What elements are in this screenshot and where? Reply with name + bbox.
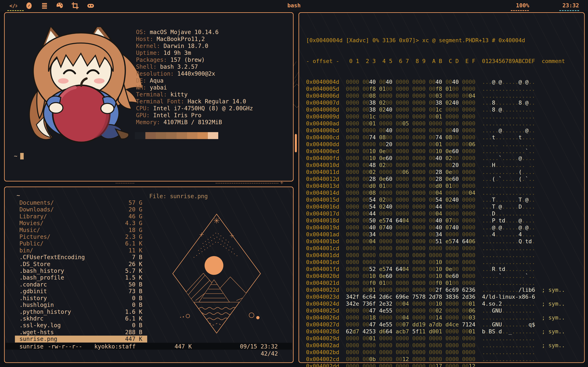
clock-indicator-dash xyxy=(559,10,579,11)
file-size: 1.5 K xyxy=(125,274,142,281)
hex-offset: 0x004000dd xyxy=(306,141,339,147)
hex-offset: 0x0040016d xyxy=(306,203,339,210)
list-item[interactable]: Library/46 G xyxy=(15,213,147,220)
hex-offset: 0x004002dd xyxy=(306,363,339,367)
terminal-color-palette xyxy=(135,132,218,139)
neofetch-terminal-window[interactable]: OS: macOS Mojave 10.14.6Host: MacBookPro… xyxy=(4,12,294,182)
ranger-cwd: ~ xyxy=(17,192,20,199)
system-info-line: Host: MacBookPro11,2 xyxy=(136,36,253,43)
palette-swatch xyxy=(208,132,218,139)
shell-prompt[interactable]: ~ xyxy=(14,153,24,159)
hex-row: 0x004002dd 0000 0000 0000 0000 0000 0017… xyxy=(306,363,565,367)
hex-offset: 0x0040007d xyxy=(306,100,339,106)
list-item[interactable]: Downloads/20 G xyxy=(15,206,147,213)
hex-row: 0x0040015d 0000 0054 0200 0000 0000 0054… xyxy=(306,196,565,203)
list-item[interactable]: .skhdrc6.1 K xyxy=(15,315,147,322)
hex-row: 0x0040026d 0000 0018 0000 0004 0000 0014… xyxy=(306,314,565,321)
hex-offset: 0x0040018d xyxy=(306,217,339,224)
hex-row: 0x0040011d 0000 0002 0000 0006 0000 0028… xyxy=(306,169,565,175)
file-name: .bash_profile xyxy=(19,274,64,281)
hex-row: 0x0040004d 0000 0040 0040 0000 0000 0040… xyxy=(306,78,565,85)
list-item[interactable]: .history0 B xyxy=(15,295,147,301)
ranger-terminal-window[interactable]: ~ Documents/57 GDownloads/20 GLibrary/46… xyxy=(4,187,294,363)
file-size: 50 B xyxy=(129,281,142,288)
hex-row: 0x0040029d 0000 0001 0000 0000 0000 0000… xyxy=(306,335,565,342)
wallpaper-accent-bar xyxy=(295,134,297,152)
hex-row: 0x0040025d 0000 0047 4e55 0000 0000 0002… xyxy=(306,307,565,314)
hex-offset: 0x004001fd xyxy=(306,266,339,272)
hex-offset: 0x004001bd xyxy=(306,238,339,244)
hex-row: 0x0040028d 62d7 4253 d664 acb7 5f11 d001… xyxy=(306,328,565,335)
hex-row: 0x0040006d 0000 0008 0000 0000 0000 0003… xyxy=(306,92,565,99)
status-file-size: 447 K xyxy=(174,343,192,350)
list-item[interactable]: .condarc50 B xyxy=(15,281,147,288)
wallpaper-dashes xyxy=(216,183,278,184)
hex-row: 0x004000cd 0000 0074 0800 0000 0000 0074… xyxy=(306,134,565,141)
list-item[interactable]: bin/11 K xyxy=(15,247,147,254)
clock: 23:32 xyxy=(559,2,579,8)
list-item[interactable]: .CFUserTextEncoding7 B xyxy=(15,254,147,261)
hex-comment: ; sym.. xyxy=(542,287,565,293)
file-name: .DS_Store xyxy=(19,261,51,267)
file-name: .history xyxy=(19,295,47,301)
hex-offset: 0x004002cd xyxy=(306,356,339,362)
hex-offset: 0x0040028d xyxy=(306,328,339,334)
file-size: 46 G xyxy=(129,213,142,220)
list-item[interactable]: .hushlogin0 B xyxy=(15,301,147,308)
status-modified-date: 09/15 23:32 xyxy=(240,343,278,350)
hex-row: 0x004000ed 0000 0010 0e00 0000 0000 0010… xyxy=(306,148,565,155)
file-name: Documents/ xyxy=(19,200,54,206)
hex-offset: 0x0040022d xyxy=(306,287,339,293)
hex-offset: 0x0040025d xyxy=(306,308,339,314)
hex-row: 0x004001dd 0000 0000 0000 0000 0000 0000… xyxy=(306,252,565,259)
file-size: 18 G xyxy=(129,227,142,234)
list-item[interactable]: .DS_Store26 K xyxy=(15,261,147,267)
list-item[interactable]: Movies/4.3 G xyxy=(15,220,147,226)
list-item[interactable]: .python_history1.6 K xyxy=(15,309,147,315)
hex-offset: 0x0040027d xyxy=(306,321,339,328)
list-item[interactable]: .bash_history5.7 K xyxy=(15,267,147,274)
status-owner: kyokko:staff xyxy=(94,343,136,350)
system-info-line: Resolution: 1440x900@2x xyxy=(136,70,253,77)
list-item[interactable]: .wget-hsts288 B xyxy=(15,329,147,336)
file-size: 4.3 G xyxy=(125,220,142,226)
hex-offset: 0x004001ad xyxy=(306,231,339,238)
file-size: 288 B xyxy=(125,329,142,336)
desktop: { "colors": { "accent_orange": "#ed9b62"… xyxy=(0,0,588,367)
hex-row: 0x0040009d 0000 001c 0000 0000 0000 0001… xyxy=(306,113,565,120)
list-item[interactable]: Public/6.1 K xyxy=(15,240,147,247)
system-info-line: DE: Aqua xyxy=(136,77,253,84)
hex-comment: ; sym.. xyxy=(542,314,565,321)
hex-row: 0x004000bd 0000 0000 0040 0000 0000 0000… xyxy=(306,127,565,134)
list-item[interactable]: Pictures/2.3 G xyxy=(15,234,147,240)
hex-offset: 0x004000ed xyxy=(306,148,339,154)
list-item[interactable]: .gdbinit73 B xyxy=(15,288,147,295)
hex-row: 0x004001bd 0000 0004 0000 0000 0000 0051… xyxy=(306,238,565,245)
hex-command-line: [0x0040004d [Xadvc] 0% 3136 0x07]> xc @ … xyxy=(306,37,565,44)
list-item[interactable]: Music/18 G xyxy=(15,227,147,234)
radare2-terminal-window[interactable]: [0x0040004d [Xadvc] 0% 3136 0x07]> xc @ … xyxy=(298,12,585,363)
file-name: .bash_history xyxy=(19,267,64,274)
hex-offset: 0x0040008d xyxy=(306,106,339,113)
hex-offset: 0x0040009d xyxy=(306,113,339,120)
list-item[interactable]: .bash_profile1.5 K xyxy=(15,274,147,281)
terminal-cursor xyxy=(20,153,24,159)
hex-offset: 0x0040020d xyxy=(306,273,339,279)
list-item[interactable]: Documents/57 G xyxy=(15,200,147,206)
prompt-tilde: ~ xyxy=(14,153,17,159)
hex-offset: 0x0040010d xyxy=(306,162,339,168)
file-size: 0 B xyxy=(132,301,142,308)
list-item[interactable]: sunrise.png447 K xyxy=(15,336,147,342)
hex-row: 0x0040007d 0000 0038 0200 0000 0000 0038… xyxy=(306,99,565,106)
file-name: .ssl-key.log xyxy=(19,322,61,329)
hex-row: 0x0040005d 0000 00f8 0100 0000 0000 00f8… xyxy=(306,85,565,92)
list-item[interactable]: .ssl-key.log0 B xyxy=(15,322,147,329)
file-name: .skhdrc xyxy=(19,315,43,322)
hex-row: 0x004000dd 0000 0000 0020 0000 0000 0001… xyxy=(306,141,565,148)
palette-swatch xyxy=(156,132,166,139)
ranger-file-list: Documents/57 GDownloads/20 GLibrary/46 G… xyxy=(15,200,147,342)
hex-row: 0x0040027d 0000 0047 4e55 0007 dd19 a7db… xyxy=(306,321,565,328)
hex-row: 0x004002cd 0000 000b 0000 0012 0000 0000… xyxy=(306,356,565,363)
palette-swatch xyxy=(145,132,156,139)
hex-row: 0x004000ad 0000 0001 0000 0005 0000 0000… xyxy=(306,120,565,127)
